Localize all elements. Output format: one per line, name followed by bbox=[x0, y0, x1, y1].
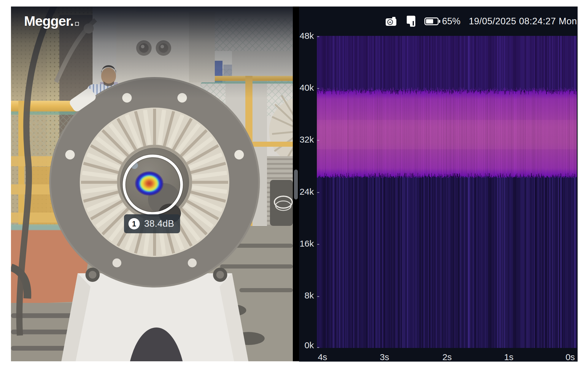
time-tick-3s: 3s bbox=[372, 352, 397, 362]
freq-tick-24k: 24k bbox=[299, 186, 314, 197]
svg-text:IR: IR bbox=[389, 21, 391, 24]
battery-icon bbox=[424, 17, 441, 26]
measurement-badge: 1 38.4dB bbox=[124, 214, 180, 233]
logo-reg-mark bbox=[75, 22, 79, 26]
time-tick-0s: 0s bbox=[558, 352, 583, 362]
marker-number: 1 bbox=[128, 218, 140, 229]
freq-tick-0k: 0k bbox=[299, 340, 314, 351]
freq-tick-16k: 16k bbox=[299, 238, 314, 249]
ir-camera-icon: IR bbox=[385, 16, 397, 26]
camera-scene bbox=[11, 7, 293, 361]
divider-drag-handle[interactable] bbox=[294, 170, 298, 199]
camera-view: Megger. 1 38.4dB bbox=[11, 7, 293, 361]
freq-tick-40k: 40k bbox=[299, 82, 314, 93]
spectrogram-canvas bbox=[317, 36, 577, 348]
megger-logo-text: Megger. bbox=[24, 13, 74, 29]
battery-status: 65% bbox=[424, 16, 460, 27]
sd-card-icon bbox=[405, 15, 416, 27]
megger-logo: Megger. bbox=[24, 13, 79, 29]
freq-tick-8k: 8k bbox=[299, 290, 314, 301]
split-divider bbox=[293, 7, 299, 361]
spectrogram-panel: IR 65% 19/05/2025 08:24:27 Mon 48k 40k 3… bbox=[299, 7, 578, 362]
time-tick-1s: 1s bbox=[496, 352, 521, 362]
battery-percent: 65% bbox=[442, 16, 460, 27]
acoustic-heat-blob bbox=[135, 171, 164, 196]
time-tick-4s: 4s bbox=[310, 352, 335, 362]
status-bar: IR 65% 19/05/2025 08:24:27 Mon bbox=[385, 15, 577, 28]
measurement-value: 38.4dB bbox=[144, 218, 174, 229]
freq-tick-48k: 48k bbox=[299, 31, 314, 41]
freq-tick-32k: 32k bbox=[299, 134, 314, 145]
datetime: 19/05/2025 08:24:27 Mon bbox=[469, 16, 577, 27]
time-tick-2s: 2s bbox=[435, 352, 460, 362]
acoustic-camera-screen: Megger. 1 38.4dB IR bbox=[0, 0, 588, 369]
